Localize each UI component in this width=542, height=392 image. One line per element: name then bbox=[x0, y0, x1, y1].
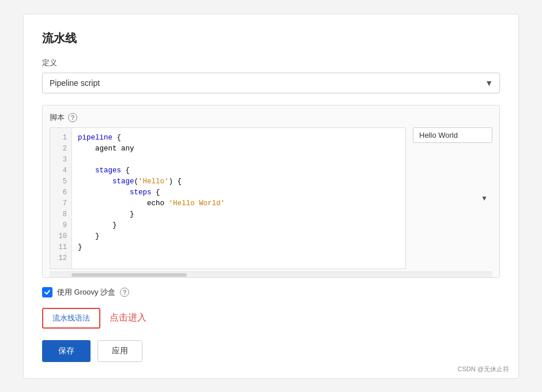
definition-label: 定义 bbox=[42, 58, 500, 68]
code-area-wrapper: 1 2 3 4 5 6 7 8 9 10 11 12 pipeline { ag… bbox=[50, 127, 492, 269]
scrollbar-thumb[interactable] bbox=[71, 273, 187, 277]
line-num-9: 9 bbox=[50, 220, 71, 231]
apply-button[interactable]: 应用 bbox=[97, 340, 142, 362]
checkmark-icon bbox=[44, 289, 51, 296]
line-num-7: 7 bbox=[50, 198, 71, 209]
script-panel: 脚本 ? 1 2 3 4 5 6 7 8 9 10 bbox=[42, 105, 500, 278]
line-num-4: 4 bbox=[50, 165, 71, 176]
click-enter-text: 点击进入 bbox=[110, 312, 146, 324]
line-num-8: 8 bbox=[50, 209, 71, 220]
line-num-10: 10 bbox=[50, 231, 71, 242]
save-button[interactable]: 保存 bbox=[42, 340, 91, 362]
code-editor[interactable]: 1 2 3 4 5 6 7 8 9 10 11 12 pipeline { ag… bbox=[50, 127, 406, 269]
line-num-3: 3 bbox=[50, 154, 71, 165]
main-card: 流水线 定义 Pipeline script Pipeline script f… bbox=[23, 14, 519, 379]
line-num-11: 11 bbox=[50, 242, 71, 253]
template-dropdown[interactable]: Hello World Scripted Pipeline bbox=[413, 127, 492, 143]
pipeline-syntax-button[interactable]: 流水线语法 bbox=[42, 308, 100, 329]
code-content[interactable]: pipeline { agent any stages { stage('Hel… bbox=[72, 128, 405, 269]
bottom-buttons: 保存 应用 bbox=[42, 340, 500, 362]
line-num-6: 6 bbox=[50, 187, 71, 198]
line-num-2: 2 bbox=[50, 144, 71, 154]
script-panel-header: 脚本 ? bbox=[50, 112, 492, 123]
watermark: CSDN @无休止符 bbox=[458, 365, 509, 374]
line-num-1: 1 bbox=[50, 133, 71, 144]
script-help-icon[interactable]: ? bbox=[68, 113, 77, 122]
script-label: 脚本 bbox=[50, 112, 65, 123]
line-numbers: 1 2 3 4 5 6 7 8 9 10 11 12 bbox=[50, 128, 72, 269]
page-container: 流水线 定义 Pipeline script Pipeline script f… bbox=[0, 0, 542, 392]
groovy-sandbox-row: 使用 Groovy 沙盒 ? bbox=[42, 287, 500, 297]
template-dropdown-chevron-icon: ▼ bbox=[481, 194, 488, 202]
page-title: 流水线 bbox=[42, 31, 500, 46]
groovy-sandbox-checkbox[interactable] bbox=[42, 287, 52, 297]
definition-select-wrapper: Pipeline script Pipeline script from SCM… bbox=[42, 73, 500, 93]
definition-select[interactable]: Pipeline script Pipeline script from SCM bbox=[42, 73, 500, 93]
scrollbar-area bbox=[50, 272, 492, 277]
groovy-sandbox-help-icon[interactable]: ? bbox=[120, 288, 129, 297]
actions-row: 流水线语法 点击进入 bbox=[42, 308, 500, 329]
line-num-12: 12 bbox=[50, 253, 71, 264]
template-dropdown-wrapper: Hello World Scripted Pipeline ▼ bbox=[413, 127, 492, 269]
groovy-sandbox-label: 使用 Groovy 沙盒 bbox=[57, 287, 115, 297]
line-num-5: 5 bbox=[50, 176, 71, 187]
